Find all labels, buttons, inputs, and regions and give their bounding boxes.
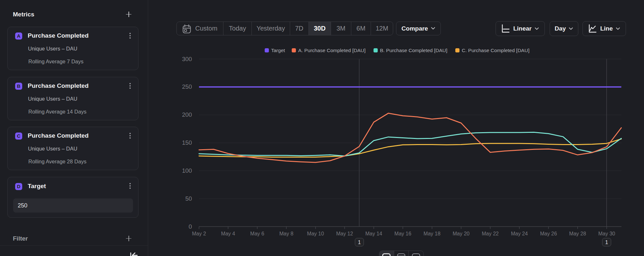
svg-text:200: 200 [182,111,192,118]
svg-text:May 14: May 14 [365,231,382,236]
svg-text:300: 300 [182,56,192,62]
svg-text:0: 0 [189,223,192,230]
svg-text:100: 100 [182,167,192,174]
svg-text:May 20: May 20 [453,231,470,236]
svg-text:May 6: May 6 [250,231,264,236]
svg-text:150: 150 [182,139,192,146]
svg-text:May 30: May 30 [598,231,615,236]
svg-text:May 8: May 8 [279,231,294,236]
svg-text:May 26: May 26 [540,231,557,236]
svg-text:May 12: May 12 [336,231,353,236]
svg-text:May 24: May 24 [511,231,528,236]
svg-text:May 28: May 28 [569,231,586,236]
svg-text:May 10: May 10 [307,231,324,236]
svg-text:May 4: May 4 [221,231,235,236]
svg-text:250: 250 [182,83,192,90]
svg-text:May 22: May 22 [482,231,499,236]
svg-text:May 18: May 18 [423,231,440,236]
svg-text:50: 50 [185,195,192,202]
svg-text:May 16: May 16 [394,231,412,236]
svg-text:May 2: May 2 [192,231,206,236]
